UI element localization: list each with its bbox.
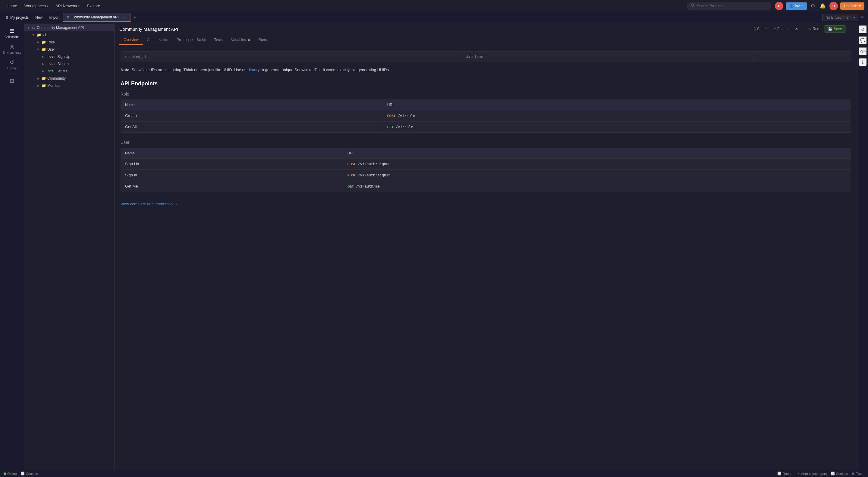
user-signin-path: /v1/auth/signin (358, 173, 391, 178)
nav-workspaces[interactable]: Workspaces ▾ (22, 2, 51, 9)
request-header: Community Managament API ⎘ Share ⑂ Fork … (115, 23, 857, 35)
more-options-button[interactable]: ··· (848, 26, 852, 32)
nav-api-network[interactable]: API Network ▾ (53, 2, 83, 9)
member-label: Member (47, 84, 112, 88)
role-create-name: Create (121, 110, 383, 121)
user-arrow-icon: ▶ (36, 47, 40, 52)
tab-pre-request-script[interactable]: Pre-request Script (173, 35, 210, 45)
save-icon: 💾 (828, 27, 832, 31)
api-endpoints-title: API Endpoints (121, 81, 851, 87)
online-status-dot (4, 473, 6, 475)
avatar-user[interactable]: U (830, 2, 838, 10)
getme-arrow-icon: ▶ (41, 69, 45, 73)
root-folder-icon: 🗂 (32, 26, 36, 30)
tab-more-icon[interactable]: ··· (120, 15, 127, 19)
role-create-path: /v1/role (398, 114, 415, 118)
info-panel-button[interactable]: ℹ (859, 58, 867, 66)
tab-add-button[interactable]: + (131, 15, 138, 20)
tab-authorization[interactable]: Authorization (143, 35, 173, 45)
user-signup-path: /v1/auth/signup (358, 162, 391, 167)
nav-explore[interactable]: Explore (84, 2, 103, 9)
note-label: Note: (121, 67, 130, 72)
view-docs-link[interactable]: View complete documentation → (121, 202, 178, 206)
environment-selector[interactable]: No Environment ▾ (822, 14, 858, 21)
avatar-left[interactable]: P (775, 2, 783, 10)
fork-button[interactable]: ⑂ Fork 0 (772, 26, 790, 32)
tab-variables[interactable]: Variables (227, 35, 254, 45)
tab-community-api[interactable]: ☰ Community Managament API ··· (63, 13, 131, 22)
bottom-runner[interactable]: ⬜ Runner (777, 472, 794, 476)
sidebar-item-collections[interactable]: ☰ Collections (1, 25, 23, 41)
search-icon (691, 3, 695, 8)
tree-item-v1[interactable]: ▶ 📁 v1 (24, 31, 114, 38)
invite-person-icon: 👤 (789, 4, 794, 8)
content-area: Community Managament API ⎘ Share ⑂ Fork … (115, 23, 857, 470)
content-scroll-container[interactable]: created_at datetime Note: Snowflake IDs … (115, 45, 857, 470)
bottom-bar: Online ⬜ Console ⬜ Runner ✓ Auto-select … (0, 470, 868, 477)
sidebar: ☰ Collections ◎ Environments ↺ History ⊞ (0, 23, 24, 470)
tree-item-community[interactable]: ▶ 📁 Community (24, 75, 114, 82)
upgrade-button[interactable]: Upgrade ▾ (840, 2, 864, 10)
sidebar-item-environments[interactable]: ◎ Environments (1, 41, 23, 57)
user-row-signin: Sign in POST /v1/auth/signin (121, 170, 851, 181)
search-bar[interactable]: Search Postman (687, 2, 771, 10)
code-panel-button[interactable]: </> (859, 47, 867, 56)
tab-tests[interactable]: Tests (210, 35, 227, 45)
collections-icon: ☰ (10, 28, 14, 34)
watch-button[interactable]: 👁 0 (792, 26, 804, 32)
role-folder-icon: 📁 (41, 40, 46, 44)
trash-icon: 🗑 (851, 472, 855, 476)
nav-home[interactable]: Home (4, 2, 20, 9)
tab-overflow-button[interactable]: ··· (138, 16, 145, 20)
bottom-online[interactable]: Online (4, 472, 17, 476)
workspaces-arrow-icon: ▾ (47, 4, 48, 7)
sidebar-history-label: History (7, 67, 17, 70)
save-button[interactable]: 💾 Save (824, 25, 846, 33)
role-col-url: URL (383, 99, 851, 110)
tree-item-signin[interactable]: ▶ POST Sign In (24, 60, 114, 67)
above-table-cell-2: datetime (461, 52, 753, 62)
tree-item-signup[interactable]: ▶ POST Sign Up (24, 53, 114, 60)
sidebar-collections-label: Collections (4, 35, 19, 38)
sidebar-item-history[interactable]: ↺ History (1, 57, 23, 72)
member-arrow-icon: ▶ (36, 84, 40, 88)
role-col-name: Name (121, 99, 383, 110)
sidebar-item-more[interactable]: ⊞ (1, 75, 23, 87)
env-selector-arrow-icon: ▾ (853, 16, 855, 20)
top-nav-actions: P 👤 Invite ⚙ 🔔 U Upgrade ▾ (775, 2, 864, 10)
tab-overview[interactable]: Overview (119, 35, 143, 45)
tree-item-getme[interactable]: ▶ GET Get Me (24, 67, 114, 75)
tree-root[interactable]: ▶ 🗂 Community Managament API (24, 24, 114, 31)
notifications-button[interactable]: 🔔 (818, 2, 827, 10)
workspace-selector[interactable]: ⊞ My projects (2, 14, 32, 21)
bottom-trash[interactable]: 🗑 Trash (851, 472, 864, 476)
history-panel-button[interactable]: ↺ (859, 25, 867, 34)
user-label: User (47, 47, 112, 52)
comments-panel-button[interactable]: 💬 (859, 36, 867, 44)
tab-runs[interactable]: Runs (254, 35, 271, 45)
tab-collection-icon: ☰ (67, 16, 70, 19)
top-nav: Home Workspaces ▾ API Network ▾ Explore … (0, 0, 868, 12)
bottom-console[interactable]: ⬜ Console (21, 472, 38, 476)
more-grid-icon: ⊞ (10, 78, 14, 84)
run-button[interactable]: ▷ Run (806, 26, 822, 32)
user-table-header: Name URL (121, 148, 851, 158)
sidebar-environments-label: Environments (3, 51, 21, 54)
history-icon: ↺ (10, 59, 14, 66)
tree-item-member[interactable]: ▶ 📁 Member (24, 82, 114, 89)
root-arrow-icon: ▶ (27, 26, 31, 30)
bottom-auto-select[interactable]: ✓ Auto-select agent (797, 472, 827, 476)
invite-button[interactable]: 👤 Invite (786, 2, 807, 10)
role-section-title: Role (121, 92, 851, 96)
settings-button[interactable]: ⚙ (809, 2, 816, 10)
new-collection-button[interactable]: New (32, 14, 45, 21)
share-button[interactable]: ⎘ Share (751, 26, 769, 32)
tree-item-role[interactable]: ▶ 📁 Role (24, 38, 114, 46)
role-getall-method: GET (387, 125, 394, 129)
community-arrow-icon: ▶ (36, 76, 40, 81)
library-link[interactable]: library (249, 67, 259, 72)
tree-item-user[interactable]: ▶ 📁 User (24, 46, 114, 53)
import-button[interactable]: Import (46, 14, 62, 21)
eye-icon-button[interactable]: 👁 (859, 14, 866, 21)
bottom-cookies[interactable]: ⬜ Cookies (831, 472, 848, 476)
